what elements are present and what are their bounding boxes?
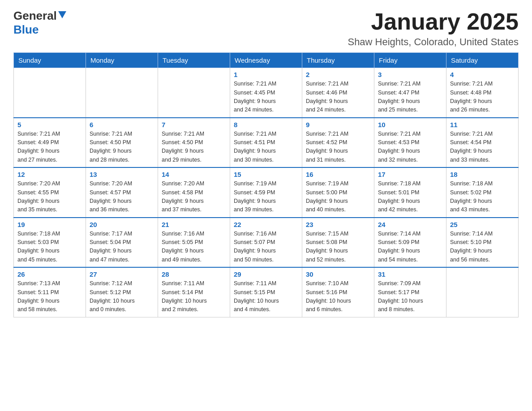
day-info: Sunrise: 7:21 AMSunset: 4:52 PMDaylight:… bbox=[306, 130, 370, 165]
day-info: Sunrise: 7:20 AMSunset: 4:55 PMDaylight:… bbox=[17, 180, 82, 214]
day-number: 23 bbox=[306, 221, 370, 228]
calendar-cell: 22Sunrise: 7:16 AMSunset: 5:07 PMDayligh… bbox=[230, 218, 302, 268]
day-info: Sunrise: 7:20 AMSunset: 4:57 PMDaylight:… bbox=[90, 180, 154, 214]
calendar-cell: 13Sunrise: 7:20 AMSunset: 4:57 PMDayligh… bbox=[86, 167, 158, 218]
day-info: Sunrise: 7:21 AMSunset: 4:53 PMDaylight:… bbox=[378, 130, 442, 165]
day-number: 5 bbox=[17, 121, 82, 128]
calendar-cell: 25Sunrise: 7:14 AMSunset: 5:10 PMDayligh… bbox=[446, 218, 519, 268]
day-info: Sunrise: 7:21 AMSunset: 4:45 PMDaylight:… bbox=[234, 80, 298, 115]
weekday-header-wednesday: Wednesday bbox=[230, 53, 302, 68]
calendar-cell: 20Sunrise: 7:17 AMSunset: 5:04 PMDayligh… bbox=[86, 218, 158, 268]
day-info: Sunrise: 7:21 AMSunset: 4:49 PMDaylight:… bbox=[17, 130, 82, 165]
calendar-cell: 11Sunrise: 7:21 AMSunset: 4:54 PMDayligh… bbox=[446, 118, 519, 168]
calendar-cell bbox=[446, 267, 519, 317]
calendar-cell: 4Sunrise: 7:21 AMSunset: 4:48 PMDaylight… bbox=[446, 68, 519, 118]
calendar-cell: 8Sunrise: 7:21 AMSunset: 4:51 PMDaylight… bbox=[230, 118, 302, 168]
day-number: 27 bbox=[90, 270, 154, 278]
day-info: Sunrise: 7:21 AMSunset: 4:48 PMDaylight:… bbox=[450, 80, 515, 115]
day-number: 9 bbox=[306, 121, 370, 128]
day-info: Sunrise: 7:12 AMSunset: 5:12 PMDaylight:… bbox=[90, 279, 154, 314]
logo-triangle-icon bbox=[58, 11, 66, 21]
day-info: Sunrise: 7:15 AMSunset: 5:08 PMDaylight:… bbox=[306, 230, 370, 265]
day-info: Sunrise: 7:21 AMSunset: 4:50 PMDaylight:… bbox=[90, 130, 154, 165]
calendar-cell: 9Sunrise: 7:21 AMSunset: 4:52 PMDaylight… bbox=[302, 118, 374, 168]
day-number: 1 bbox=[234, 71, 298, 78]
calendar-cell: 18Sunrise: 7:18 AMSunset: 5:02 PMDayligh… bbox=[446, 167, 519, 218]
day-info: Sunrise: 7:14 AMSunset: 5:10 PMDaylight:… bbox=[450, 230, 515, 265]
weekday-header-row: SundayMondayTuesdayWednesdayThursdayFrid… bbox=[14, 53, 519, 68]
day-number: 4 bbox=[450, 71, 515, 78]
day-number: 2 bbox=[306, 71, 370, 78]
calendar-cell: 17Sunrise: 7:18 AMSunset: 5:01 PMDayligh… bbox=[374, 167, 446, 218]
day-info: Sunrise: 7:09 AMSunset: 5:17 PMDaylight:… bbox=[378, 279, 442, 314]
day-number: 22 bbox=[234, 221, 298, 228]
page-header: General Blue January 2025 Shaw Heights, … bbox=[13, 9, 519, 48]
day-number: 25 bbox=[450, 221, 515, 228]
svg-marker-0 bbox=[58, 11, 66, 18]
calendar-cell: 24Sunrise: 7:14 AMSunset: 5:09 PMDayligh… bbox=[374, 218, 446, 268]
calendar-cell bbox=[14, 68, 86, 118]
logo-general-text: General bbox=[13, 9, 57, 23]
calendar-cell: 10Sunrise: 7:21 AMSunset: 4:53 PMDayligh… bbox=[374, 118, 446, 168]
logo-blue-text: Blue bbox=[13, 23, 39, 37]
calendar-cell: 23Sunrise: 7:15 AMSunset: 5:08 PMDayligh… bbox=[302, 218, 374, 268]
day-number: 20 bbox=[90, 221, 154, 228]
calendar-cell: 1Sunrise: 7:21 AMSunset: 4:45 PMDaylight… bbox=[230, 68, 302, 118]
day-info: Sunrise: 7:14 AMSunset: 5:09 PMDaylight:… bbox=[378, 230, 442, 265]
day-number: 12 bbox=[17, 171, 82, 178]
calendar-cell: 15Sunrise: 7:19 AMSunset: 4:59 PMDayligh… bbox=[230, 167, 302, 218]
location-title: Shaw Heights, Colorado, United States bbox=[348, 36, 519, 48]
day-info: Sunrise: 7:18 AMSunset: 5:02 PMDaylight:… bbox=[450, 180, 515, 214]
calendar-cell: 12Sunrise: 7:20 AMSunset: 4:55 PMDayligh… bbox=[14, 167, 86, 218]
calendar-cell bbox=[86, 68, 158, 118]
day-info: Sunrise: 7:21 AMSunset: 4:54 PMDaylight:… bbox=[450, 130, 515, 165]
day-number: 7 bbox=[162, 121, 226, 128]
day-number: 14 bbox=[162, 171, 226, 178]
calendar-cell: 29Sunrise: 7:11 AMSunset: 5:15 PMDayligh… bbox=[230, 267, 302, 317]
calendar-cell: 6Sunrise: 7:21 AMSunset: 4:50 PMDaylight… bbox=[86, 118, 158, 168]
calendar-cell: 14Sunrise: 7:20 AMSunset: 4:58 PMDayligh… bbox=[158, 167, 230, 218]
day-number: 11 bbox=[450, 121, 515, 128]
weekday-header-friday: Friday bbox=[374, 53, 446, 68]
day-number: 15 bbox=[234, 171, 298, 178]
day-number: 31 bbox=[378, 270, 442, 278]
day-info: Sunrise: 7:16 AMSunset: 5:05 PMDaylight:… bbox=[162, 230, 226, 265]
title-section: January 2025 Shaw Heights, Colorado, Uni… bbox=[348, 9, 519, 48]
day-number: 17 bbox=[378, 171, 442, 178]
day-number: 30 bbox=[306, 270, 370, 278]
day-info: Sunrise: 7:18 AMSunset: 5:01 PMDaylight:… bbox=[378, 180, 442, 214]
calendar-week-row: 5Sunrise: 7:21 AMSunset: 4:49 PMDaylight… bbox=[14, 118, 519, 168]
weekday-header-monday: Monday bbox=[86, 53, 158, 68]
calendar-cell bbox=[158, 68, 230, 118]
day-info: Sunrise: 7:19 AMSunset: 4:59 PMDaylight:… bbox=[234, 180, 298, 214]
month-title: January 2025 bbox=[348, 9, 519, 34]
day-info: Sunrise: 7:20 AMSunset: 4:58 PMDaylight:… bbox=[162, 180, 226, 214]
calendar-cell: 26Sunrise: 7:13 AMSunset: 5:11 PMDayligh… bbox=[14, 267, 86, 317]
calendar-table: SundayMondayTuesdayWednesdayThursdayFrid… bbox=[13, 52, 519, 317]
day-number: 6 bbox=[90, 121, 154, 128]
calendar-cell: 16Sunrise: 7:19 AMSunset: 5:00 PMDayligh… bbox=[302, 167, 374, 218]
day-number: 28 bbox=[162, 270, 226, 278]
calendar-cell: 19Sunrise: 7:18 AMSunset: 5:03 PMDayligh… bbox=[14, 218, 86, 268]
day-info: Sunrise: 7:21 AMSunset: 4:51 PMDaylight:… bbox=[234, 130, 298, 165]
day-info: Sunrise: 7:11 AMSunset: 5:15 PMDaylight:… bbox=[234, 279, 298, 314]
day-info: Sunrise: 7:21 AMSunset: 4:46 PMDaylight:… bbox=[306, 80, 370, 115]
day-number: 26 bbox=[17, 270, 82, 278]
weekday-header-saturday: Saturday bbox=[446, 53, 519, 68]
day-number: 13 bbox=[90, 171, 154, 178]
day-number: 19 bbox=[17, 221, 82, 228]
day-info: Sunrise: 7:10 AMSunset: 5:16 PMDaylight:… bbox=[306, 279, 370, 314]
day-number: 8 bbox=[234, 121, 298, 128]
day-number: 10 bbox=[378, 121, 442, 128]
day-info: Sunrise: 7:13 AMSunset: 5:11 PMDaylight:… bbox=[17, 279, 82, 314]
logo: General Blue bbox=[13, 9, 68, 37]
calendar-cell: 30Sunrise: 7:10 AMSunset: 5:16 PMDayligh… bbox=[302, 267, 374, 317]
day-info: Sunrise: 7:18 AMSunset: 5:03 PMDaylight:… bbox=[17, 230, 82, 265]
day-number: 16 bbox=[306, 171, 370, 178]
weekday-header-thursday: Thursday bbox=[302, 53, 374, 68]
calendar-cell: 2Sunrise: 7:21 AMSunset: 4:46 PMDaylight… bbox=[302, 68, 374, 118]
weekday-header-tuesday: Tuesday bbox=[158, 53, 230, 68]
day-info: Sunrise: 7:16 AMSunset: 5:07 PMDaylight:… bbox=[234, 230, 298, 265]
day-info: Sunrise: 7:17 AMSunset: 5:04 PMDaylight:… bbox=[90, 230, 154, 265]
day-number: 18 bbox=[450, 171, 515, 178]
